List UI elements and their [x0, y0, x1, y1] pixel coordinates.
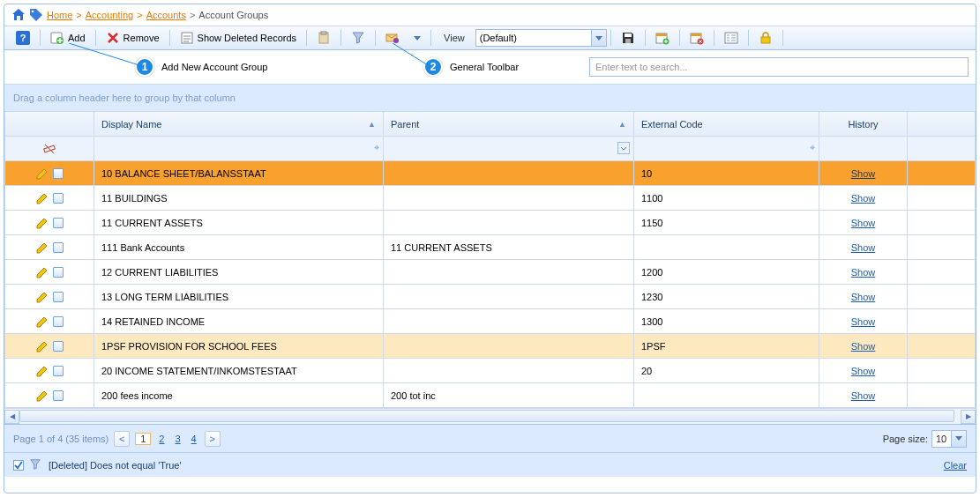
- edit-icon[interactable]: [35, 389, 49, 403]
- callout-1-text: Add New Account Group: [161, 62, 267, 72]
- row-checkbox[interactable]: [53, 316, 64, 327]
- pager-page-1[interactable]: 1: [135, 433, 151, 445]
- calendar-del-button[interactable]: [684, 28, 710, 48]
- row-checkbox[interactable]: [53, 390, 64, 401]
- edit-icon[interactable]: [35, 364, 49, 378]
- filter-parent-input[interactable]: [391, 137, 626, 160]
- breadcrumb-sep: >: [76, 10, 81, 20]
- view-dropdown-btn[interactable]: [591, 30, 606, 46]
- list-button[interactable]: [718, 28, 744, 48]
- scroll-right-btn[interactable]: ▶: [961, 410, 976, 424]
- history-link[interactable]: Show: [851, 267, 876, 278]
- edit-icon[interactable]: [35, 216, 49, 230]
- clipboard-button[interactable]: [310, 28, 337, 48]
- search-input[interactable]: [590, 58, 968, 76]
- page-size-dropdown[interactable]: 10: [931, 430, 967, 448]
- history-link[interactable]: Show: [851, 193, 876, 204]
- scroll-track[interactable]: [19, 410, 961, 424]
- show-deleted-button[interactable]: Show Deleted Records: [174, 28, 303, 48]
- row-actions: [4, 211, 94, 235]
- cell-parent: [384, 334, 634, 359]
- table-row[interactable]: 1PSF PROVISION FOR SCHOOL FEES1PSFShow: [4, 334, 976, 359]
- history-link[interactable]: Show: [851, 366, 876, 376]
- edit-icon[interactable]: [35, 191, 49, 205]
- row-checkbox[interactable]: [53, 193, 64, 204]
- filter-actions[interactable]: [4, 137, 94, 161]
- search-box[interactable]: [589, 57, 969, 77]
- pager-page-2[interactable]: 2: [156, 434, 167, 444]
- edit-icon[interactable]: [35, 315, 49, 329]
- funnel-icon[interactable]: [29, 458, 43, 472]
- filter-code-input[interactable]: [641, 137, 812, 160]
- history-link[interactable]: Show: [851, 341, 876, 352]
- pager-page-3[interactable]: 3: [172, 434, 183, 444]
- filter-enable-checkbox[interactable]: [13, 460, 24, 471]
- filter-name-input[interactable]: [101, 137, 376, 160]
- table-row[interactable]: 11 CURRENT ASSETS1150Show: [4, 211, 976, 235]
- breadcrumb-accounts[interactable]: Accounts: [146, 10, 186, 20]
- table-row[interactable]: 111 Bank Accounts11 CURRENT ASSETSShow: [4, 235, 976, 260]
- row-checkbox[interactable]: [53, 267, 64, 278]
- col-actions[interactable]: [4, 112, 94, 137]
- col-externalcode[interactable]: External Code: [634, 112, 819, 137]
- filter-parent[interactable]: [384, 137, 634, 161]
- clear-filter-icon[interactable]: [42, 142, 56, 156]
- row-checkbox[interactable]: [53, 341, 64, 352]
- lock-icon: [759, 31, 773, 45]
- pager-prev[interactable]: <: [114, 431, 130, 447]
- table-row[interactable]: 12 CURRENT LIABILITIES1200Show: [4, 260, 976, 285]
- tag-icon[interactable]: [29, 8, 43, 22]
- group-panel[interactable]: Drag a column header here to group by th…: [4, 84, 976, 112]
- lock-button[interactable]: [752, 28, 779, 48]
- table-row[interactable]: 20 INCOME STATEMENT/INKOMSTESTAAT20Show: [4, 359, 976, 383]
- table-row[interactable]: 200 fees income200 tot incShow: [4, 383, 976, 408]
- history-link[interactable]: Show: [851, 218, 876, 228]
- history-link[interactable]: Show: [851, 292, 876, 302]
- scroll-left-btn[interactable]: ◀: [4, 410, 19, 424]
- row-checkbox[interactable]: [53, 242, 64, 253]
- history-link[interactable]: Show: [851, 242, 876, 253]
- row-checkbox[interactable]: [53, 218, 64, 228]
- history-link[interactable]: Show: [851, 390, 876, 401]
- page-size-btn[interactable]: [951, 431, 966, 447]
- filter-clear[interactable]: Clear: [944, 460, 967, 471]
- scroll-thumb[interactable]: [19, 410, 954, 422]
- edit-icon[interactable]: [35, 339, 49, 353]
- save-button[interactable]: [615, 28, 641, 48]
- filter-bar: [Deleted] Does not equal 'True' Clear: [4, 452, 976, 477]
- filter-pin-icon[interactable]: ⌖: [810, 142, 815, 153]
- filter-name[interactable]: ⌖: [94, 137, 384, 161]
- table-row[interactable]: 10 BALANCE SHEET/BALANSSTAAT10Show: [4, 161, 976, 186]
- pager-next[interactable]: >: [205, 431, 221, 447]
- filter-pin-icon[interactable]: ⌖: [374, 142, 379, 153]
- filter-expression[interactable]: [Deleted] Does not equal 'True': [49, 460, 182, 471]
- col-history[interactable]: History: [819, 112, 908, 137]
- horizontal-scrollbar[interactable]: ◀ ▶: [4, 408, 976, 424]
- calendar-button[interactable]: [649, 28, 676, 48]
- edit-icon[interactable]: [35, 265, 49, 279]
- edit-icon[interactable]: [35, 167, 49, 181]
- table-row[interactable]: 13 LONG TERM LIABILITIES1230Show: [4, 285, 976, 309]
- table-row[interactable]: 14 RETAINED INCOME1300Show: [4, 309, 976, 334]
- filter-button[interactable]: [345, 28, 371, 48]
- table-row[interactable]: 11 BUILDINGS1100Show: [4, 186, 976, 211]
- view-input[interactable]: [476, 30, 591, 46]
- filter-dd-icon[interactable]: [617, 142, 630, 156]
- help-button[interactable]: ?: [10, 28, 36, 48]
- pager-page-4[interactable]: 4: [189, 434, 199, 444]
- row-checkbox[interactable]: [53, 292, 64, 302]
- edit-icon[interactable]: [35, 241, 49, 255]
- home-icon[interactable]: [11, 8, 26, 22]
- breadcrumb-home[interactable]: Home: [47, 10, 72, 20]
- filter-code[interactable]: ⌖: [634, 137, 819, 161]
- col-parent[interactable]: Parent▲: [384, 112, 634, 137]
- view-dropdown[interactable]: [475, 29, 607, 47]
- history-link[interactable]: Show: [851, 316, 876, 327]
- toolbar: ? Add Remove Show Deleted Records View: [4, 26, 976, 50]
- col-displayname[interactable]: Display Name▲: [94, 112, 384, 137]
- breadcrumb-accounting[interactable]: Accounting: [86, 10, 133, 20]
- row-checkbox[interactable]: [53, 168, 64, 179]
- row-checkbox[interactable]: [53, 366, 64, 376]
- history-link[interactable]: Show: [851, 168, 876, 179]
- edit-icon[interactable]: [35, 290, 49, 304]
